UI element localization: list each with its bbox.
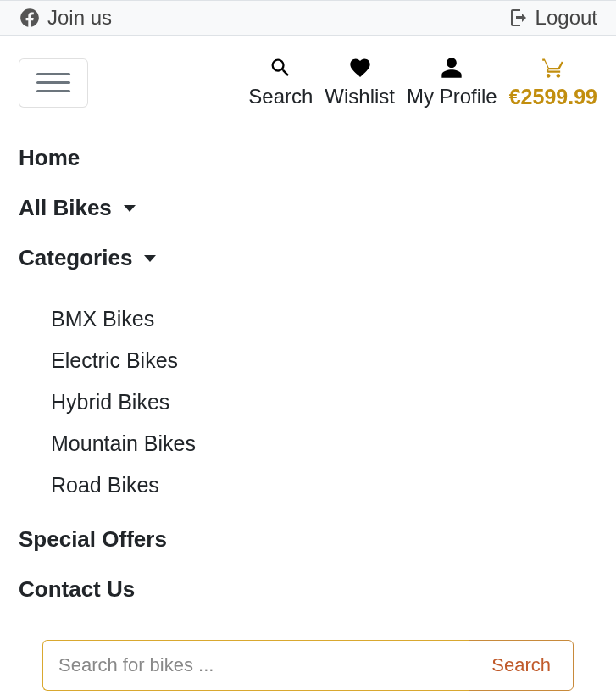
header-actions: Search Wishlist My Profile €2599.99 — [248, 56, 597, 109]
hamburger-icon — [36, 73, 70, 92]
wishlist-label: Wishlist — [325, 85, 395, 108]
chevron-down-icon — [144, 255, 156, 262]
search-button[interactable]: Search — [469, 640, 574, 691]
user-icon — [440, 56, 463, 80]
nav-special-offers[interactable]: Special Offers — [19, 514, 597, 564]
join-us-label: Join us — [47, 6, 112, 30]
heart-icon — [348, 56, 372, 80]
nav-special-offers-label: Special Offers — [19, 526, 167, 553]
category-electric[interactable]: Electric Bikes — [51, 340, 597, 381]
search-action[interactable]: Search — [248, 56, 313, 108]
nav-categories-label: Categories — [19, 245, 132, 271]
search-icon — [269, 56, 292, 80]
join-us-link[interactable]: Join us — [19, 6, 112, 30]
cart-action[interactable]: €2599.99 — [509, 56, 597, 109]
category-road[interactable]: Road Bikes — [51, 464, 597, 506]
cart-icon — [541, 56, 565, 80]
nav-categories[interactable]: Categories — [19, 233, 597, 283]
nav-home[interactable]: Home — [19, 133, 597, 183]
search-bar: Search — [0, 631, 616, 695]
nav-contact-us[interactable]: Contact Us — [19, 564, 597, 614]
nav-all-bikes-label: All Bikes — [19, 195, 112, 221]
categories-submenu: BMX Bikes Electric Bikes Hybrid Bikes Mo… — [19, 283, 597, 514]
profile-action[interactable]: My Profile — [407, 56, 497, 108]
logout-label: Logout — [536, 6, 597, 30]
main-nav: Home All Bikes Categories BMX Bikes Elec… — [0, 118, 616, 631]
facebook-icon — [19, 7, 41, 29]
profile-label: My Profile — [407, 85, 497, 108]
search-label: Search — [248, 85, 313, 108]
cart-total: €2599.99 — [509, 85, 597, 109]
wishlist-action[interactable]: Wishlist — [325, 56, 395, 108]
header: Search Wishlist My Profile €2599.99 — [0, 36, 616, 118]
nav-all-bikes[interactable]: All Bikes — [19, 183, 597, 233]
topbar: Join us Logout — [0, 0, 616, 36]
category-hybrid[interactable]: Hybrid Bikes — [51, 381, 597, 423]
menu-toggle-button[interactable] — [19, 58, 88, 108]
logout-link[interactable]: Logout — [508, 6, 597, 30]
category-bmx[interactable]: BMX Bikes — [51, 298, 597, 340]
search-input[interactable] — [42, 640, 469, 691]
nav-contact-us-label: Contact Us — [19, 576, 135, 603]
chevron-down-icon — [124, 205, 136, 212]
category-mountain[interactable]: Mountain Bikes — [51, 423, 597, 464]
nav-home-label: Home — [19, 145, 80, 171]
logout-icon — [508, 8, 529, 28]
